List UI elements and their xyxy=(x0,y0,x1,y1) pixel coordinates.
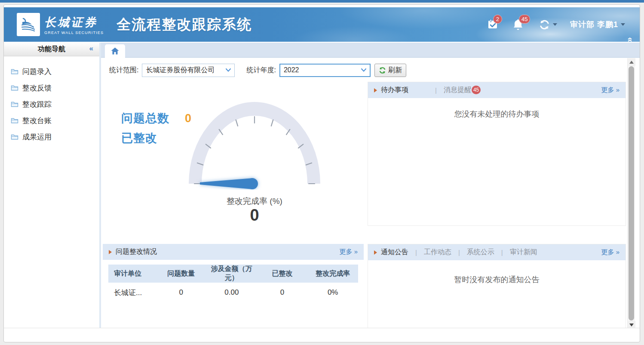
sidebar-item-label: 成果运用 xyxy=(22,132,52,142)
company-name-cn: 长城证券 xyxy=(44,15,104,30)
table-row[interactable]: 长城证... 0 0.00 0 0% xyxy=(108,283,358,302)
sync-icon xyxy=(539,19,550,31)
triangle-marker-icon xyxy=(374,88,377,92)
notice-panel: 通知公告 | 工作动态 | 系统公示 | 审计新闻 更多 » 暂时没有发布的通知… xyxy=(368,244,626,328)
rectification-panel-header: 问题整改情况 更多 » xyxy=(103,244,364,260)
sidebar-menu: 问题录入 整改反馈 整改跟踪 xyxy=(4,56,99,145)
message-count-badge[interactable]: 45 xyxy=(519,15,530,24)
stat-total-label: 问题总数 xyxy=(121,111,169,126)
sidebar-item-label: 整改反馈 xyxy=(22,83,52,93)
vertical-scrollbar[interactable] xyxy=(627,58,635,329)
year-select-value: 2022 xyxy=(284,66,361,74)
scope-filter-label: 统计范围: xyxy=(109,66,138,75)
tab-message-reminder[interactable]: 消息提醒45 xyxy=(444,86,481,95)
sidebar-header: 功能导航 « xyxy=(4,43,99,56)
chevron-down-icon xyxy=(226,68,231,72)
cell-audit-unit: 长城证... xyxy=(108,283,156,302)
notice-more-link[interactable]: 更多 » xyxy=(601,248,619,256)
rectification-table: 审计单位 问题数量 涉及金额（万元） 已整改 整改完成率 长城证... 0 xyxy=(108,265,358,302)
tab-system-announcements[interactable]: 系统公示 xyxy=(467,248,494,257)
tab-message-label: 消息提醒 xyxy=(444,86,471,93)
stat-rectified-label: 已整改 xyxy=(121,130,157,146)
notice-empty-text: 暂时没有发布的通知公告 xyxy=(368,260,626,285)
refresh-icon xyxy=(379,67,386,74)
tab-home[interactable] xyxy=(105,44,125,58)
main-area: 统计范围: 长城证券股份有限公司 统计年度: 2022 xyxy=(101,43,640,329)
scope-select-value: 长城证券股份有限公司 xyxy=(146,66,226,75)
chevron-down-icon xyxy=(621,23,625,26)
col-problem-count: 问题数量 xyxy=(156,265,206,283)
year-select[interactable]: 2022 xyxy=(279,64,371,77)
tab-todo-items[interactable]: 待办事项 xyxy=(381,86,408,95)
rectification-more-link[interactable]: 更多 » xyxy=(339,248,358,256)
sidebar-item-problem-entry[interactable]: 问题录入 xyxy=(11,63,99,80)
triangle-down-icon xyxy=(629,323,634,327)
refresh-menu-button[interactable] xyxy=(539,19,557,31)
tab-audit-news[interactable]: 审计新闻 xyxy=(510,248,537,257)
scrollbar-thumb[interactable] xyxy=(629,66,634,320)
sidebar: 功能导航 « 问题录入 整改反馈 xyxy=(4,43,99,329)
chevron-down-icon xyxy=(553,23,557,26)
tab-work-updates[interactable]: 工作动态 xyxy=(424,248,451,257)
user-menu[interactable]: 审计部 李鹏1 xyxy=(570,19,625,30)
app-header: 长城证券 GREAT WALL SECURITIES 全流程整改跟踪系统 2 xyxy=(4,7,640,42)
scope-select[interactable]: 长城证券股份有限公司 xyxy=(142,64,235,77)
col-completion-rate: 整改完成率 xyxy=(307,265,358,283)
app-window: 长城证券 GREAT WALL SECURITIES 全流程整改跟踪系统 2 xyxy=(3,4,640,342)
tab-notices[interactable]: 通知公告 xyxy=(381,248,408,257)
divider: | xyxy=(458,249,460,256)
sidebar-item-label: 问题录入 xyxy=(22,67,52,77)
app-title: 全流程整改跟踪系统 xyxy=(117,15,252,34)
sidebar-item-result-application[interactable]: 成果运用 xyxy=(11,129,99,145)
sidebar-item-label: 整改台账 xyxy=(22,116,52,126)
cell-problem-count: 0 xyxy=(156,283,206,302)
folder-icon xyxy=(11,68,18,75)
folder-icon xyxy=(11,117,18,124)
tab-bar xyxy=(101,43,640,58)
todo-more-link[interactable]: 更多 » xyxy=(601,86,619,94)
refresh-button[interactable]: 刷新 xyxy=(374,64,406,77)
gauge-value: 0 xyxy=(171,206,338,225)
message-reminder-badge: 45 xyxy=(472,86,481,94)
rectification-panel-title: 问题整改情况 xyxy=(116,247,157,256)
folder-icon xyxy=(11,134,18,140)
sidebar-item-label: 整改跟踪 xyxy=(22,99,52,109)
rectification-panel: 问题整改情况 更多 » 审计单位 问题数量 涉及金额（万元） 已整改 整改完成率 xyxy=(103,244,364,328)
refresh-button-label: 刷新 xyxy=(388,66,402,75)
sidebar-item-rectify-tracking[interactable]: 整改跟踪 xyxy=(11,96,99,112)
triangle-up-icon xyxy=(629,61,634,64)
message-notification-button[interactable]: 45 xyxy=(513,18,526,31)
triangle-marker-icon xyxy=(374,250,377,255)
footer-bar xyxy=(4,328,640,339)
todo-panel-header: 待办事项 | 消息提醒45 更多 » xyxy=(368,82,626,98)
notice-panel-header: 通知公告 | 工作动态 | 系统公示 | 审计新闻 更多 » xyxy=(368,244,626,260)
todo-count-badge[interactable]: 2 xyxy=(493,15,502,24)
cell-completion-rate: 0% xyxy=(307,283,358,302)
collapse-header-button[interactable]: « xyxy=(627,37,633,42)
screen: 长城证券 GREAT WALL SECURITIES 全流程整改跟踪系统 2 xyxy=(0,0,644,345)
table-header-row: 审计单位 问题数量 涉及金额（万元） 已整改 整改完成率 xyxy=(108,265,358,283)
header-actions: 2 45 xyxy=(487,18,625,31)
todo-notification-button[interactable]: 2 xyxy=(487,18,500,31)
year-filter-label: 统计年度: xyxy=(246,66,276,75)
chevron-down-icon xyxy=(361,68,366,72)
divider: | xyxy=(501,249,503,256)
filter-row: 统计范围: 长城证券股份有限公司 统计年度: 2022 xyxy=(109,63,406,77)
sidebar-title: 功能导航 xyxy=(38,45,65,54)
company-logo-text: 长城证券 GREAT WALL SECURITIES xyxy=(44,15,104,35)
user-name: 审计部 李鹏1 xyxy=(570,19,618,30)
triangle-marker-icon xyxy=(109,250,112,254)
sidebar-item-rectify-feedback[interactable]: 整改反馈 xyxy=(11,80,99,96)
dashboard-content: 统计范围: 长城证券股份有限公司 统计年度: 2022 xyxy=(101,58,640,329)
todo-empty-text: 您没有未处理的待办事项 xyxy=(368,98,626,119)
sidebar-collapse-button[interactable]: « xyxy=(89,44,93,53)
scroll-up-button[interactable] xyxy=(628,58,635,66)
folder-icon xyxy=(11,85,18,91)
col-amount: 涉及金额（万元） xyxy=(206,265,257,283)
sidebar-item-rectify-ledger[interactable]: 整改台账 xyxy=(11,112,99,129)
cell-amount: 0.00 xyxy=(206,283,257,302)
divider: | xyxy=(435,86,444,94)
cell-rectified: 0 xyxy=(257,283,308,302)
browser-top-strip xyxy=(0,0,644,3)
divider: | xyxy=(415,249,417,256)
